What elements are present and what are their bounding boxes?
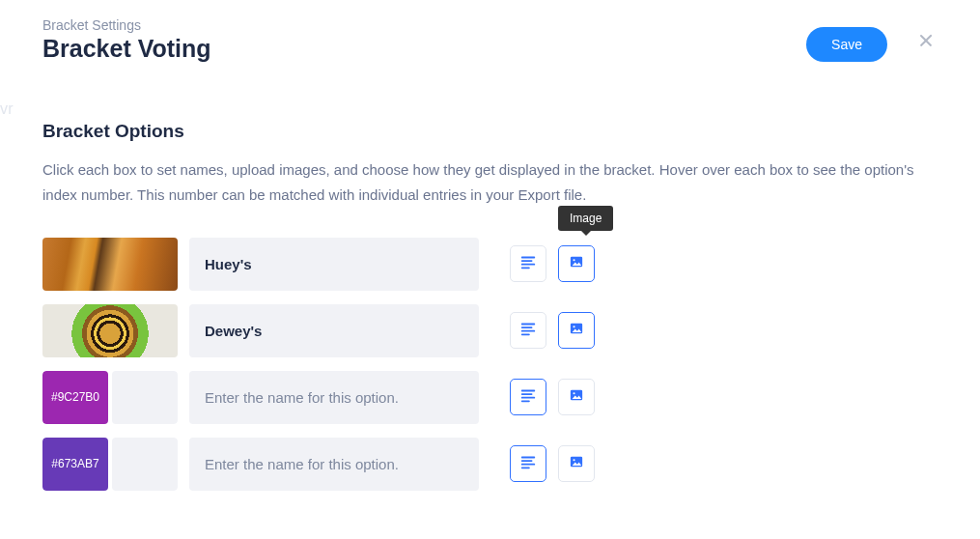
text-lines-icon [519,386,537,408]
page-header: Bracket Settings Bracket Voting Save [42,17,938,63]
image-icon [570,455,583,472]
display-mode-group [510,379,595,415]
empty-swatch[interactable] [112,371,178,424]
text-lines-icon [519,320,537,341]
option-thumbnail[interactable] [42,238,178,291]
svg-point-5 [574,259,575,261]
bracket-options-list: #9C27B0#673AB7 [42,238,938,491]
option-row [42,238,938,291]
option-name-input[interactable] [189,238,479,291]
option-row [42,304,938,357]
display-mode-text-button[interactable] [510,445,546,482]
display-mode-image-button[interactable] [558,379,595,415]
text-lines-icon [519,253,537,274]
display-mode-group [510,312,595,349]
image-icon [570,255,583,272]
svg-point-11 [574,326,575,327]
option-name-input[interactable] [189,371,479,424]
image-icon [570,322,583,339]
display-mode-group [510,445,595,482]
page-title: Bracket Voting [42,35,806,63]
display-mode-image-button[interactable] [558,445,595,482]
display-mode-text-button[interactable] [510,379,546,415]
color-swatch[interactable]: #673AB7 [42,438,108,491]
section-title: Bracket Options [42,121,938,142]
display-mode-text-button[interactable] [510,312,546,349]
display-mode-group [510,245,595,282]
option-thumbnail[interactable]: #673AB7 [42,438,178,491]
svg-point-23 [574,459,575,461]
tooltip-image: Image [558,206,613,231]
option-row: #673AB7 [42,438,938,491]
empty-swatch[interactable] [112,438,178,491]
option-name-input[interactable] [189,304,479,357]
option-row: #9C27B0 [42,371,938,424]
background-ghost-text: vr [0,100,14,118]
text-lines-icon [519,453,537,474]
option-name-input[interactable] [189,438,479,491]
save-button[interactable]: Save [806,27,887,62]
display-mode-text-button[interactable] [510,245,546,282]
image-icon [570,388,583,406]
section-description: Click each box to set names, upload imag… [42,157,931,209]
close-button[interactable] [914,29,938,52]
display-mode-image-button[interactable] [558,245,595,282]
breadcrumb: Bracket Settings [42,17,806,33]
color-swatch[interactable]: #9C27B0 [42,371,108,424]
svg-point-17 [574,392,575,394]
option-thumbnail[interactable] [42,304,178,357]
close-icon [918,33,934,48]
option-thumbnail[interactable]: #9C27B0 [42,371,178,424]
display-mode-image-button[interactable] [558,312,595,349]
